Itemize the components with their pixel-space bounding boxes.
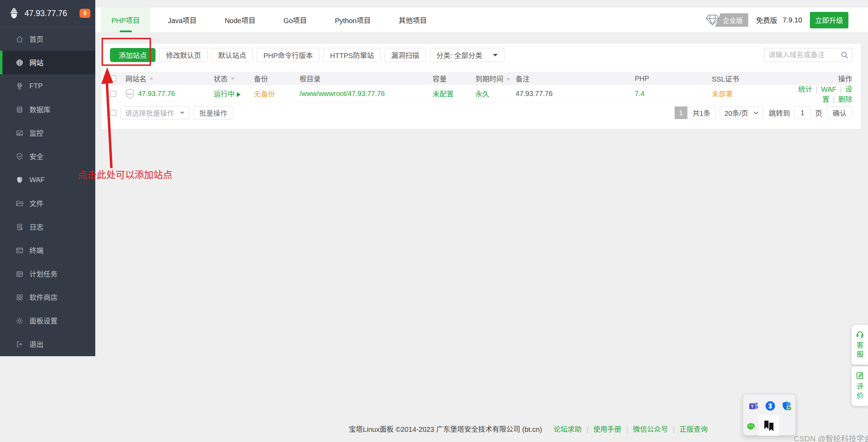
col-label: 容量 bbox=[433, 75, 447, 83]
site-status-link[interactable]: 运行中 bbox=[214, 89, 235, 99]
site-root-cell: /www/wwwroot/47.93.77.76 bbox=[299, 90, 433, 98]
action-waf-link[interactable]: WAF bbox=[821, 85, 836, 93]
windows-security-icon[interactable] bbox=[781, 401, 792, 411]
col-sitename[interactable]: 网站名 bbox=[125, 74, 214, 84]
sidebar-item-security[interactable]: 安全 bbox=[0, 145, 95, 168]
action-stats-link[interactable]: 统计 bbox=[798, 85, 812, 93]
edition-badge: 企业版 bbox=[715, 13, 748, 27]
log-file-icon bbox=[15, 223, 24, 231]
version-number: 7.9.10 bbox=[783, 16, 802, 24]
ssl-status-link[interactable]: 未部署 bbox=[712, 90, 733, 98]
edition-tag[interactable]: 企业版 bbox=[705, 13, 748, 27]
tab-node[interactable]: Node项目 bbox=[214, 8, 266, 32]
page-size-select[interactable]: 20条/页 bbox=[720, 106, 763, 119]
sidebar-item-database[interactable]: 数据库 bbox=[0, 98, 95, 121]
sidebar-item-website[interactable]: 网站 bbox=[0, 51, 95, 74]
batch-apply-button[interactable]: 批量操作 bbox=[193, 106, 233, 119]
csdn-watermark: CSDN @智纶科技学会 bbox=[794, 432, 868, 442]
https-guard-button[interactable]: HTTPS防窜站 bbox=[323, 48, 381, 62]
sidebar-item-home[interactable]: 首页 bbox=[0, 27, 95, 51]
jump-confirm-button[interactable]: 确认 bbox=[827, 106, 852, 119]
search-icon[interactable] bbox=[840, 51, 849, 59]
footer-link-wechat[interactable]: 微信公众号 bbox=[633, 426, 668, 433]
tab-label: Java项目 bbox=[168, 15, 197, 25]
sidebar-item-appstore[interactable]: 软件商店 bbox=[0, 285, 95, 309]
sidebar-item-terminal[interactable]: 终端 bbox=[0, 239, 95, 262]
bluetooth-icon[interactable] bbox=[765, 401, 776, 411]
tab-php[interactable]: PHP项目 bbox=[101, 8, 150, 32]
expire-link[interactable]: 永久 bbox=[475, 90, 489, 98]
project-tabbar: PHP项目 Java项目 Node项目 Go项目 Python项目 其他项目 企… bbox=[95, 8, 868, 32]
black-flags-icon[interactable] bbox=[763, 419, 775, 433]
footer-link-manual[interactable]: 使用手册 bbox=[593, 426, 621, 433]
add-site-button[interactable]: 添加站点 bbox=[110, 48, 156, 62]
sidebar-item-label: WAF bbox=[29, 176, 45, 184]
php-cli-version-button[interactable]: PHP命令行版本 bbox=[257, 48, 319, 62]
page-unit-label: 页 bbox=[815, 108, 822, 118]
sort-asc-icon[interactable] bbox=[149, 75, 153, 80]
site-name-link[interactable]: 47.93.77.76 bbox=[138, 90, 175, 98]
site-note[interactable]: 47.93.77.76 bbox=[516, 90, 553, 97]
footer-copyright: 宝塔Linux面板 ©2014-2023 广东堡塔安全技术有限公司 (bt.cn… bbox=[349, 426, 542, 433]
sidebar-item-label: 面板设置 bbox=[29, 316, 57, 326]
play-triangle-icon[interactable] bbox=[237, 92, 243, 97]
search-input[interactable] bbox=[764, 48, 852, 62]
sidebar-item-label: 网站 bbox=[29, 57, 43, 68]
footer-link-forum[interactable]: 论坛求助 bbox=[554, 426, 582, 433]
batch-action-select[interactable]: 请选择批量操作 bbox=[120, 106, 189, 119]
tab-other[interactable]: 其他项目 bbox=[388, 8, 437, 32]
tab-java[interactable]: Java项目 bbox=[157, 8, 207, 32]
footer-link-genuine[interactable]: 正版查询 bbox=[680, 426, 708, 433]
sidebar-item-files[interactable]: 文件 bbox=[0, 192, 95, 215]
customer-service-button[interactable]: 客服 bbox=[852, 325, 868, 365]
wechat-icon[interactable] bbox=[746, 422, 758, 433]
batch-pagination-row: 请选择批量操作 批量操作 1 共1条 20条/页 跳转到 页 确认 bbox=[110, 106, 852, 119]
sidebar-item-logout[interactable]: 退出 bbox=[0, 332, 95, 356]
sidebar-item-ftp[interactable]: FTP bbox=[0, 74, 95, 98]
col-backup: 备份 bbox=[254, 74, 299, 84]
filter-down-icon[interactable] bbox=[230, 77, 235, 82]
sidebar-item-cron[interactable]: 计划任务 bbox=[0, 262, 95, 285]
site-actions-cell: 统计|WAF|设置|删除 bbox=[792, 84, 852, 104]
tab-go[interactable]: Go项目 bbox=[273, 8, 317, 32]
sidebar-header: 47.93.77.76 0 bbox=[0, 0, 95, 27]
col-label: PHP bbox=[635, 75, 649, 82]
message-count-badge[interactable]: 0 bbox=[80, 9, 90, 18]
action-delete-link[interactable]: 删除 bbox=[838, 96, 852, 103]
modify-default-page-button[interactable]: 修改默认页 bbox=[159, 48, 208, 62]
upgrade-button[interactable]: 立即升级 bbox=[810, 12, 848, 28]
terminal-icon bbox=[15, 246, 24, 255]
svg-text:WAF: WAF bbox=[127, 92, 133, 95]
root-path-link[interactable]: /www/wwwroot/47.93.77.76 bbox=[299, 90, 385, 97]
svg-text:T: T bbox=[751, 404, 754, 409]
monitor-icon bbox=[15, 129, 24, 137]
gear-icon bbox=[15, 317, 24, 325]
sidebar-item-monitor[interactable]: 监控 bbox=[0, 121, 95, 145]
backup-status-link[interactable]: 无备份 bbox=[254, 90, 275, 98]
quota-link[interactable]: 未配置 bbox=[433, 90, 454, 98]
jump-label: 跳转到 bbox=[769, 108, 790, 118]
category-filter-dropdown[interactable]: 分类: 全部分类 bbox=[430, 48, 504, 62]
col-label: 网站名 bbox=[125, 74, 146, 84]
page-number-button[interactable]: 1 bbox=[675, 106, 687, 119]
tab-python[interactable]: Python项目 bbox=[324, 8, 381, 32]
review-button[interactable]: 评价 bbox=[852, 366, 868, 406]
col-expire[interactable]: 到期时间 bbox=[475, 74, 516, 84]
sidebar-item-logs[interactable]: 日志 bbox=[0, 215, 95, 239]
tab-label: PHP项目 bbox=[111, 15, 140, 25]
batch-select-all-checkbox[interactable] bbox=[110, 110, 116, 116]
vuln-scan-button[interactable]: 漏洞扫描 bbox=[385, 48, 426, 62]
php-version-link[interactable]: 7.4 bbox=[635, 90, 645, 97]
default-site-button[interactable]: 默认站点 bbox=[212, 48, 253, 62]
sidebar-item-settings[interactable]: 面板设置 bbox=[0, 309, 95, 332]
batch-select-placeholder: 请选择批量操作 bbox=[125, 108, 174, 118]
jump-page-input[interactable] bbox=[794, 106, 811, 119]
waf-shield-badge-icon[interactable]: WAF bbox=[125, 89, 135, 99]
col-quota: 容量 bbox=[433, 74, 475, 84]
teams-icon[interactable]: T bbox=[749, 401, 759, 412]
filter-down-icon[interactable] bbox=[506, 78, 510, 83]
select-all-checkbox[interactable] bbox=[110, 75, 116, 82]
col-status[interactable]: 状态 bbox=[214, 74, 254, 84]
row-checkbox[interactable] bbox=[110, 91, 116, 97]
tab-label: Go项目 bbox=[283, 15, 307, 25]
